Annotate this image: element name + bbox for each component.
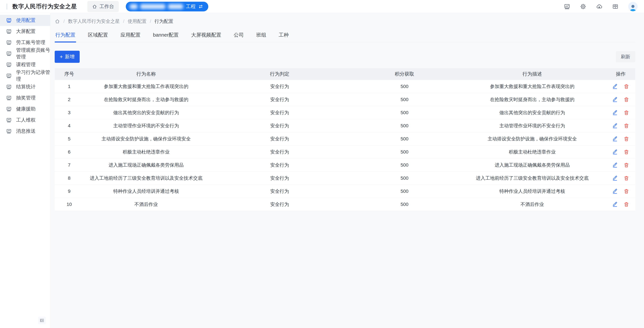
delete-icon[interactable] [624, 97, 629, 102]
edit-icon[interactable] [612, 162, 618, 168]
refresh-button[interactable]: 刷新 [616, 51, 635, 62]
sidebar-item-4[interactable]: 课程管理 [0, 59, 50, 70]
workbench-button[interactable]: 工作台 [88, 1, 119, 12]
column-header: 操作 [606, 68, 635, 80]
tab-6[interactable]: 班组 [256, 32, 267, 42]
table-row: 2在抢险救灾时挺身而出，主动参与救援的安全行为500在抢险救灾时挺身而出，主动参… [55, 93, 635, 106]
behavior-description-cell: 主动搭设安全防护设施，确保作业环境安全 [458, 132, 606, 145]
score-cell: 500 [351, 158, 458, 172]
sidebar-item-1[interactable]: 大屏配置 [0, 26, 50, 37]
sidebar-item-8[interactable]: 健康援助 [0, 103, 50, 114]
edit-icon[interactable] [612, 189, 618, 194]
breadcrumb-item[interactable]: 使用配置 [128, 18, 146, 25]
project-switcher-button[interactable]: 工程 [126, 2, 208, 12]
user-avatar[interactable] [628, 2, 638, 11]
behavior-judgment-cell: 安全行为 [208, 145, 351, 158]
screen-icon [6, 95, 12, 101]
tab-3[interactable]: banner配置 [152, 32, 179, 42]
sidebar-item-label: 大屏配置 [16, 28, 36, 35]
behavior-judgment-cell: 安全行为 [208, 80, 351, 93]
delete-icon[interactable] [624, 176, 629, 181]
tab-7[interactable]: 工种 [278, 32, 289, 42]
tab-1[interactable]: 区域配置 [87, 32, 109, 42]
delete-icon[interactable] [624, 84, 629, 89]
sidebar-item-10[interactable]: 消息推送 [0, 126, 50, 137]
docs-book-icon[interactable] [612, 3, 618, 10]
sidebar-item-5[interactable]: 学习行为记录管理 [0, 70, 50, 81]
sidebar-item-2[interactable]: 劳工账号管理 [0, 37, 50, 48]
settings-gear-icon[interactable] [580, 3, 586, 10]
tab-2[interactable]: 应用配置 [120, 32, 141, 42]
behavior-description-cell: 在抢险救灾时挺身而出，主动参与救援的 [458, 93, 606, 106]
screen-icon [6, 62, 12, 68]
edit-icon[interactable] [612, 97, 618, 102]
delete-icon[interactable] [624, 136, 629, 141]
tab-4[interactable]: 大屏视频配置 [190, 32, 222, 42]
screen-icon [6, 29, 12, 34]
dashboard-icon[interactable] [564, 3, 570, 10]
behavior-name-cell: 进入工地前经历了三级安全教育培训以及安全技术交底 [84, 172, 208, 185]
edit-icon[interactable] [612, 110, 618, 115]
sidebar-item-9[interactable]: 工人维权 [0, 114, 50, 126]
add-button[interactable]: + 新增 [55, 51, 80, 63]
score-cell: 500 [351, 80, 458, 93]
edit-icon[interactable] [612, 202, 618, 207]
behavior-name-cell: 积极主动杜绝违章作业 [84, 145, 208, 158]
score-cell: 500 [351, 119, 458, 132]
behavior-name-cell: 参加重大救援和重大抢险工作表现突出的 [84, 80, 208, 93]
behavior-judgment-cell: 安全行为 [208, 158, 351, 172]
delete-icon[interactable] [624, 202, 629, 207]
breadcrumb-item[interactable]: 行为配置 [154, 18, 173, 25]
behavior-judgment-cell: 安全行为 [208, 198, 351, 211]
add-button-label: 新增 [65, 53, 75, 60]
sidebar-item-0[interactable]: 使用配置 [0, 15, 50, 26]
behavior-description-cell: 特种作业人员经培训并通过考核 [458, 185, 606, 198]
column-header: 行为判定 [208, 68, 351, 80]
behavior-table: 序号行为名称行为判定积分获取行为描述操作 1参加重大救援和重大抢险工作表现突出的… [55, 68, 635, 211]
row-index-cell: 1 [55, 80, 84, 93]
edit-icon[interactable] [612, 176, 618, 181]
screen-icon [6, 40, 12, 45]
edit-icon[interactable] [612, 123, 618, 128]
table-row: 1参加重大救援和重大抢险工作表现突出的安全行为500参加重大救援和重大抢险工作表… [55, 80, 635, 93]
behavior-judgment-cell: 安全行为 [208, 106, 351, 119]
breadcrumb: /数字人民币行为安全之星/使用配置/行为配置 [55, 18, 635, 25]
tab-5[interactable]: 公司 [233, 32, 244, 42]
breadcrumb-item[interactable]: 数字人民币行为安全之星 [68, 18, 120, 25]
edit-icon[interactable] [612, 136, 618, 141]
score-cell: 500 [351, 172, 458, 185]
behavior-description-cell: 积极主动杜绝违章作业 [458, 145, 606, 158]
score-cell: 500 [351, 106, 458, 119]
delete-icon[interactable] [624, 149, 629, 155]
redacted-text [168, 4, 183, 9]
tab-bar: 行为配置区域配置应用配置banner配置大屏视频配置公司班组工种 [55, 32, 635, 42]
screen-icon [6, 51, 12, 56]
delete-icon[interactable] [624, 189, 629, 194]
sidebar-item-label: 工人维权 [16, 117, 36, 123]
sidebar-item-6[interactable]: 结算统计 [0, 81, 50, 92]
edit-icon[interactable] [612, 84, 618, 89]
sidebar-collapse-icon[interactable] [38, 316, 46, 324]
column-header: 积分获取 [351, 68, 458, 80]
behavior-description-cell: 主动管理作业环境的不安全行为 [458, 119, 606, 132]
toolbar: + 新增 刷新 [55, 51, 635, 63]
delete-icon[interactable] [624, 162, 629, 168]
behavior-judgment-cell: 安全行为 [208, 132, 351, 145]
plus-icon: + [60, 54, 63, 59]
sidebar-item-label: 健康援助 [16, 106, 36, 112]
cloud-download-icon[interactable] [596, 3, 602, 10]
sidebar-item-label: 劳工账号管理 [16, 39, 45, 46]
behavior-name-cell: 不酒后作业 [84, 198, 208, 211]
sidebar-item-3[interactable]: 管理观察员账号管理 [0, 48, 50, 59]
edit-icon[interactable] [612, 149, 618, 155]
sidebar-item-label: 使用配置 [16, 17, 36, 24]
table-row: 4主动管理作业环境的不安全行为安全行为500主动管理作业环境的不安全行为 [55, 119, 635, 132]
row-index-cell: 5 [55, 132, 84, 145]
delete-icon[interactable] [624, 123, 629, 128]
sidebar-item-7[interactable]: 抽奖管理 [0, 92, 50, 103]
sidebar-item-label: 消息推送 [16, 128, 36, 134]
tab-0[interactable]: 行为配置 [55, 32, 76, 42]
breadcrumb-home-icon[interactable] [55, 19, 60, 24]
delete-icon[interactable] [624, 110, 629, 115]
behavior-description-cell: 进入工地前经历了三级安全教育培训以及安全技术交底 [458, 172, 606, 185]
